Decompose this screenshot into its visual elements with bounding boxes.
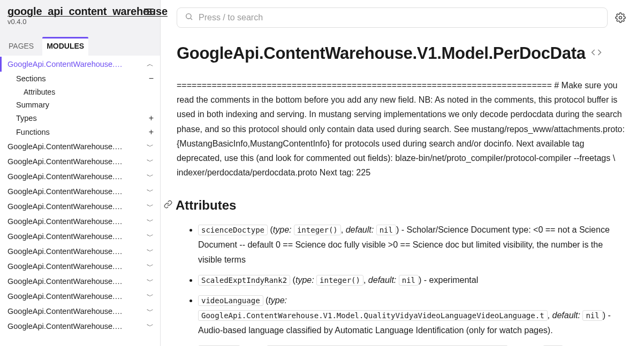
minus-icon[interactable]: −	[149, 74, 154, 83]
project-name[interactable]: google_api_content_warehouse	[7, 5, 153, 18]
attribute-default: nil	[376, 225, 396, 235]
sidebar: google_api_content_warehouse v0.4.0 PAGE…	[0, 0, 161, 346]
chevron-up-icon[interactable]: ︿	[147, 59, 154, 69]
module-item-label: GoogleApi.ContentWarehouse.V...	[7, 292, 125, 301]
svg-point-0	[186, 14, 191, 19]
svg-line-1	[191, 18, 192, 20]
module-item[interactable]: GoogleApi.ContentWarehouse.V...﹀	[0, 229, 160, 244]
chevron-down-icon[interactable]: ﹀	[147, 232, 154, 241]
nav-attributes[interactable]: Attributes	[24, 86, 160, 98]
plus-icon[interactable]: +	[149, 113, 154, 123]
title-row: GoogleApi.ContentWarehouse.V1.Model.PerD…	[177, 44, 628, 63]
nav-sections-label: Sections	[16, 74, 46, 83]
attribute-item: phildata (type: GoogleApi.ContentWarehou…	[198, 343, 628, 346]
module-item[interactable]: GoogleApi.ContentWarehouse.V...﹀	[0, 154, 160, 169]
attributes-heading: Attributes	[176, 198, 236, 213]
attribute-name: ScaledExptIndyRank2	[198, 275, 290, 286]
module-item[interactable]: GoogleApi.ContentWarehouse.V...﹀	[0, 289, 160, 304]
attributes-heading-row: Attributes	[177, 198, 628, 213]
current-module-label: GoogleApi.ContentWarehouse.V...	[7, 60, 125, 68]
module-item[interactable]: GoogleApi.ContentWarehouse.V...﹀	[0, 139, 160, 154]
module-item[interactable]: GoogleApi.ContentWarehouse.V...﹀	[0, 259, 160, 274]
nav-summary[interactable]: Summary	[16, 98, 160, 111]
view-source-button[interactable]	[591, 47, 602, 60]
module-item[interactable]: GoogleApi.ContentWarehouse.V...﹀	[0, 319, 160, 334]
sidebar-header: google_api_content_warehouse v0.4.0	[0, 0, 160, 29]
gear-icon	[615, 12, 626, 23]
search-input[interactable]	[199, 13, 600, 22]
module-item[interactable]: GoogleApi.ContentWarehouse.V...﹀	[0, 214, 160, 229]
module-item-label: GoogleApi.ContentWarehouse.V...	[7, 322, 125, 330]
other-modules-list: GoogleApi.ContentWarehouse.V...﹀GoogleAp…	[0, 139, 160, 334]
type-label: type:	[296, 275, 314, 285]
module-item-label: GoogleApi.ContentWarehouse.V...	[7, 262, 125, 271]
attribute-default: nil	[582, 310, 602, 321]
module-description: ========================================…	[177, 78, 628, 180]
attribute-item: videoLanguage (type: GoogleApi.ContentWa…	[198, 293, 628, 338]
attribute-type: integer()	[316, 275, 363, 286]
attribute-type: GoogleApi.ContentWarehouse.V1.Model.Qual…	[198, 310, 548, 321]
nav-functions[interactable]: Functions +	[16, 125, 160, 139]
chevron-down-icon[interactable]: ﹀	[147, 202, 154, 211]
module-item[interactable]: GoogleApi.ContentWarehouse.V...﹀	[0, 274, 160, 289]
attribute-description: experimental	[429, 275, 479, 285]
module-item-label: GoogleApi.ContentWarehouse.V...	[7, 247, 125, 256]
module-item-label: GoogleApi.ContentWarehouse.V...	[7, 187, 125, 196]
menu-icon[interactable]	[144, 9, 154, 15]
search-row	[177, 7, 628, 28]
page-title: GoogleApi.ContentWarehouse.V1.Model.PerD…	[177, 44, 586, 63]
module-item-label: GoogleApi.ContentWarehouse.V...	[7, 202, 125, 211]
sidebar-nav: GoogleApi.ContentWarehouse.V... ︿ Sectio…	[0, 56, 160, 346]
chevron-down-icon[interactable]: ﹀	[147, 276, 154, 286]
main-content: GoogleApi.ContentWarehouse.V1.Model.PerD…	[161, 0, 644, 346]
chevron-down-icon[interactable]: ﹀	[147, 157, 154, 166]
attribute-item: ScaledExptIndyRank2 (type: integer(), de…	[198, 273, 628, 288]
type-label: type:	[268, 296, 287, 305]
chevron-down-icon[interactable]: ﹀	[147, 306, 154, 316]
attribute-default: nil	[399, 275, 419, 286]
chevron-down-icon[interactable]: ﹀	[147, 321, 154, 331]
module-item[interactable]: GoogleApi.ContentWarehouse.V...﹀	[0, 184, 160, 199]
chevron-down-icon[interactable]: ﹀	[147, 187, 154, 196]
module-item[interactable]: GoogleApi.ContentWarehouse.V...﹀	[0, 169, 160, 184]
attribute-type: integer()	[294, 225, 341, 235]
current-module-item[interactable]: GoogleApi.ContentWarehouse.V... ︿	[0, 57, 160, 72]
chevron-down-icon[interactable]: ﹀	[147, 247, 154, 256]
search-box[interactable]	[177, 7, 608, 28]
module-item[interactable]: GoogleApi.ContentWarehouse.V...﹀	[0, 304, 160, 319]
module-item-label: GoogleApi.ContentWarehouse.V...	[7, 277, 125, 286]
nav-sections[interactable]: Sections −	[16, 72, 160, 86]
default-label: default:	[346, 225, 374, 234]
module-item-label: GoogleApi.ContentWarehouse.V...	[7, 142, 125, 151]
settings-button[interactable]	[613, 10, 628, 25]
tab-pages[interactable]: PAGES	[7, 39, 35, 56]
chevron-down-icon[interactable]: ﹀	[147, 142, 154, 151]
module-item-label: GoogleApi.ContentWarehouse.V...	[7, 172, 125, 181]
attribute-name: videoLanguage	[198, 295, 263, 306]
attribute-item: scienceDoctype (type: integer(), default…	[198, 222, 628, 267]
module-item-label: GoogleApi.ContentWarehouse.V...	[7, 217, 125, 226]
nav-types[interactable]: Types +	[16, 111, 160, 125]
module-item-label: GoogleApi.ContentWarehouse.V...	[7, 157, 125, 166]
attribute-description: Audio-based language classified by Autom…	[198, 326, 553, 335]
attributes-list: scienceDoctype (type: integer(), default…	[177, 222, 628, 346]
chevron-down-icon[interactable]: ﹀	[147, 262, 154, 271]
chevron-down-icon[interactable]: ﹀	[147, 217, 154, 226]
search-icon	[185, 12, 193, 23]
tab-modules[interactable]: MODULES	[42, 37, 88, 56]
anchor-link-button[interactable]	[164, 200, 172, 211]
type-label: type:	[273, 225, 292, 234]
svg-point-2	[619, 17, 622, 19]
default-label: default:	[552, 311, 580, 320]
chevron-down-icon[interactable]: ﹀	[147, 172, 154, 181]
attribute-name: scienceDoctype	[198, 225, 268, 235]
plus-icon[interactable]: +	[149, 127, 154, 137]
module-item-label: GoogleApi.ContentWarehouse.V...	[7, 232, 125, 241]
nav-functions-label: Functions	[16, 128, 50, 136]
chevron-down-icon[interactable]: ﹀	[147, 291, 154, 301]
link-icon	[164, 200, 172, 209]
code-icon	[591, 47, 602, 58]
module-item[interactable]: GoogleApi.ContentWarehouse.V...﹀	[0, 199, 160, 214]
module-item-label: GoogleApi.ContentWarehouse.V...	[7, 307, 125, 316]
module-item[interactable]: GoogleApi.ContentWarehouse.V...﹀	[0, 244, 160, 259]
